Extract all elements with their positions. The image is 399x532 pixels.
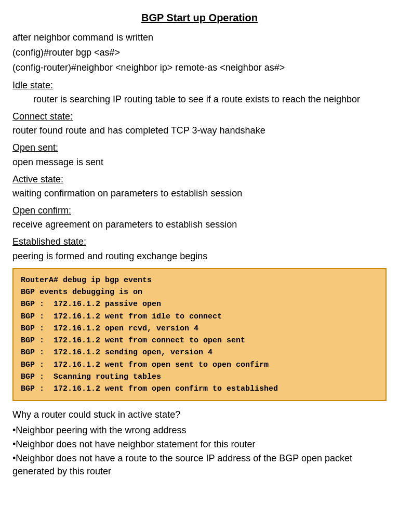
open-sent-label: Open sent: (12, 141, 387, 154)
stuck-section: Why a router could stuck in active state… (12, 408, 387, 478)
intro-line-2: (config)#router bgp <as#> (12, 46, 387, 59)
page-title: BGP Start up Operation (12, 10, 387, 25)
code-line-9: BGP : 172.16.1.2 went from open confirm … (21, 383, 378, 395)
open-confirm-desc: receive agreement on parameters to estab… (12, 218, 387, 231)
code-line-5: BGP : 172.16.1.2 went from connect to op… (21, 335, 378, 347)
code-line-7: BGP : 172.16.1.2 went from open sent to … (21, 359, 378, 371)
intro-line-1: after neighbor command is written (12, 31, 387, 44)
code-line-8: BGP : Scanning routing tables (21, 371, 378, 383)
stuck-bullet-3: •Neighbor does not have a route to the s… (12, 452, 387, 478)
states-section: Idle state: router is searching IP routi… (12, 79, 387, 263)
code-line-1: BGP events debugging is on (21, 286, 378, 298)
stuck-bullet-1: •Neighbor peering with the wrong address (12, 424, 387, 437)
code-line-4: BGP : 172.16.1.2 open rcvd, version 4 (21, 323, 378, 335)
stuck-title: Why a router could stuck in active state… (12, 408, 387, 421)
stuck-bullet-2: •Neighbor does not have neighbor stateme… (12, 438, 387, 451)
connect-state-desc: router found route and has completed TCP… (12, 124, 387, 137)
code-line-6: BGP : 172.16.1.2 sending open, version 4 (21, 347, 378, 358)
code-box: RouterA# debug ip bgp events BGP events … (12, 268, 387, 402)
intro-section: after neighbor command is written (confi… (12, 31, 387, 75)
active-state-desc: waiting confirmation on parameters to es… (12, 187, 387, 200)
idle-state-desc: router is searching IP routing table to … (12, 93, 387, 106)
connect-state-label: Connect state: (12, 110, 387, 123)
open-confirm-label: Open confirm: (12, 204, 387, 217)
code-line-2: BGP : 172.16.1.2 passive open (21, 298, 378, 310)
code-line-3: BGP : 172.16.1.2 went from idle to conne… (21, 311, 378, 323)
active-state-label: Active state: (12, 173, 387, 186)
code-line-0: RouterA# debug ip bgp events (21, 274, 378, 286)
established-state-label: Established state: (12, 235, 387, 248)
idle-state-label: Idle state: (12, 79, 387, 92)
established-state-desc: peering is formed and routing exchange b… (12, 250, 387, 263)
open-sent-desc: open message is sent (12, 156, 387, 169)
intro-line-3: (config-router)#neighbor <neighbor ip> r… (12, 61, 387, 74)
